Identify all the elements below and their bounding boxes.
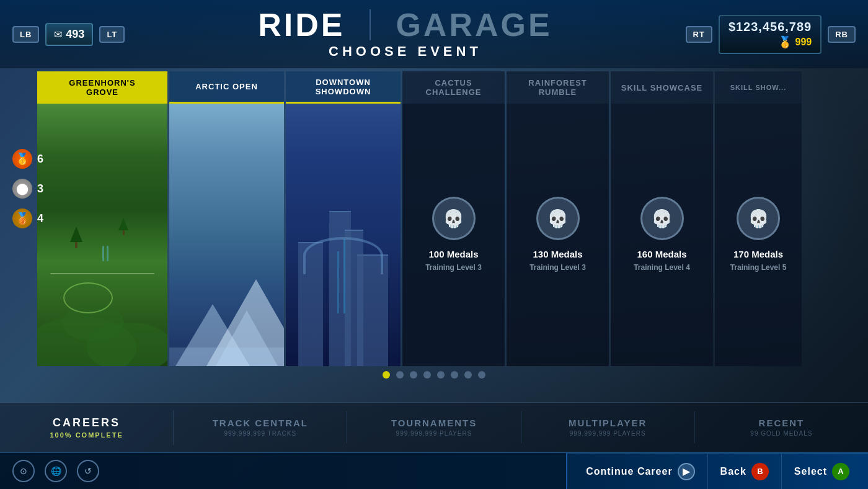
replay-icon-btn[interactable]: ↺ [77,460,99,482]
event-label-skill2: SKILL SHOW... [715,71,802,104]
nav-ride[interactable]: RIDE [258,9,345,41]
lt-button[interactable]: LT [99,26,125,43]
lock-text-rainforest: 130 Medals Training Level 3 [529,248,586,273]
event-card-greenhorn[interactable]: GREENHORN'SGROVE [37,71,167,366]
a-button: A [832,463,849,480]
nav-careers-title: CAREERS [53,416,120,429]
event-card-arctic[interactable]: ARCTIC OPEN [169,71,284,366]
coin-count: 999 [795,37,812,48]
mail-icon: ✉ [54,29,62,40]
lock-icon-skill2: 💀 [737,197,780,240]
cyan-line-2 [337,251,339,313]
event-card-skill2[interactable]: SKILL SHOW... 💀 170 Medals Training Leve… [715,71,802,366]
nav-garage[interactable]: GARAGE [396,9,552,41]
dot-1[interactable] [383,371,390,379]
lock-text-skill1: 160 Medals Training Level 4 [634,248,690,273]
dot-8[interactable] [478,371,485,379]
action-buttons: Continue Career ▶ Back B Select A [566,453,868,489]
event-label-downtown: DOWNTOWNSHOWDOWN [286,71,401,104]
lock-icon-rainforest: 💀 [536,197,580,240]
event-card-skill1[interactable]: SKILL SHOWCASE 💀 160 Medals Training Lev… [611,71,713,366]
action-icons: ⊙ 🌐 ↺ [0,460,112,482]
back-label: Back [720,466,746,477]
event-image-greenhorn [37,104,167,366]
nav-recent[interactable]: RECENT 99 GOLD MEDALS [695,411,868,443]
event-image-arctic [169,104,284,366]
lock-overlay-cactus: 💀 100 Medals Training Level 3 [402,104,505,366]
lock-text-skill2: 170 Medals Training Level 5 [730,248,787,273]
rb-button[interactable]: RB [828,26,856,43]
lock-overlay-skill2: 💀 170 Medals Training Level 5 [715,104,802,366]
nav-track-central[interactable]: TRACK CENTRAL 999,999,999 TRACKS [174,411,347,443]
main-content: 🥇 6 ⬤ 3 🥉 4 GREENHORN'SGROVE [0,68,868,384]
gold-medal-row: 🥇 6 [12,149,43,169]
nav-divider [370,9,371,40]
rt-button[interactable]: RT [686,26,712,43]
nav-multiplayer-sub: 999,999,999 PLAYERS [570,430,646,437]
bronze-medal-icon: 🥉 [12,209,32,228]
b-button: B [751,463,769,480]
nav-tournaments-title: TOURNAMENTS [391,418,477,428]
lock-overlay-skill1: 💀 160 Medals Training Level 4 [611,104,713,366]
gold-medal-icon: 🥇 [12,149,32,169]
currency-money: $123,456,789 [728,20,812,34]
carousel-dots [0,366,868,384]
nav-recent-title: RECENT [759,418,805,428]
gold-medal-count: 6 [37,153,43,166]
play-icon: ▶ [678,463,695,480]
dot-7[interactable] [464,371,472,379]
header-left: LB ✉ 493 LT [12,23,125,46]
header-right: RT $123,456,789 🥇 999 RB [686,15,856,54]
event-image-cactus: 💀 100 Medals Training Level 3 [402,104,505,366]
dot-3[interactable] [410,371,417,379]
action-bar: ⊙ 🌐 ↺ Continue Career ▶ Back B Select A [0,452,868,489]
back-btn[interactable]: Back B [708,454,782,489]
silver-medal-count: 3 [37,182,43,195]
event-card-rainforest[interactable]: RAINFOREST RUMBLE 💀 130 Medals Training … [507,71,609,366]
nav-recent-sub: 99 GOLD MEDALS [750,430,812,437]
select-btn[interactable]: Select A [782,454,862,489]
nav-multiplayer[interactable]: MULTIPLAYER 999,999,999 PLAYERS [521,411,695,443]
event-card-cactus[interactable]: CACTUS CHALLENGE 💀 100 Medals Training L… [402,71,505,366]
track-indicator [102,246,108,261]
lock-icon-cactus: 💀 [432,197,476,240]
silver-medal-row: ⬤ 3 [12,179,43,199]
header-center: RIDE GARAGE CHOOSE EVENT [258,9,552,60]
lb-button[interactable]: LB [12,26,39,43]
event-image-skill1: 💀 160 Medals Training Level 4 [611,104,713,366]
globe-icon-btn[interactable]: 🌐 [45,460,67,482]
lock-overlay-rainforest: 💀 130 Medals Training Level 3 [507,104,609,366]
event-card-downtown[interactable]: DOWNTOWNSHOWDOWN [286,71,401,366]
bottom-nav: CAREERS 100% COMPLETE TRACK CENTRAL 999,… [0,402,868,452]
dot-4[interactable] [423,371,431,379]
event-image-skill2: 💀 170 Medals Training Level 5 [715,104,802,366]
nav-track-sub: 999,999,999 TRACKS [224,430,296,437]
event-label-arctic: ARCTIC OPEN [169,71,284,104]
mail-badge[interactable]: ✉ 493 [45,23,93,46]
nav-tabs: RIDE GARAGE [258,9,552,41]
page-title: CHOOSE EVENT [329,43,482,60]
nav-careers[interactable]: CAREERS 100% COMPLETE [0,410,174,445]
currency-coins: 🥇 999 [728,35,812,49]
continue-career-label: Continue Career [586,466,672,477]
currency-box: $123,456,789 🥇 999 [719,15,822,54]
event-cards: GREENHORN'SGROVE [0,68,868,366]
dot-5[interactable] [437,371,445,379]
continue-career-btn[interactable]: Continue Career ▶ [574,454,707,489]
nav-careers-sub: 100% COMPLETE [50,431,123,439]
nav-tournaments[interactable]: TOURNAMENTS 999,999,999 PLAYERS [347,411,521,443]
event-label-rainforest: RAINFOREST RUMBLE [507,71,609,104]
silver-medal-icon: ⬤ [12,179,32,199]
tree-1 [70,227,82,248]
track-line [50,273,154,274]
nav-multiplayer-title: MULTIPLAYER [569,418,647,428]
event-label-greenhorn: GREENHORN'SGROVE [37,71,167,104]
bronze-medal-row: 🥉 4 [12,209,43,228]
dot-6[interactable] [451,371,458,379]
event-label-cactus: CACTUS CHALLENGE [402,71,505,104]
nav-track-title: TRACK CENTRAL [213,418,308,428]
circle-icon-btn[interactable]: ⊙ [12,460,35,482]
dot-2[interactable] [396,371,404,379]
coin-icon: 🥇 [778,35,792,49]
header: LB ✉ 493 LT RIDE GARAGE CHOOSE EVENT RT … [0,0,868,68]
